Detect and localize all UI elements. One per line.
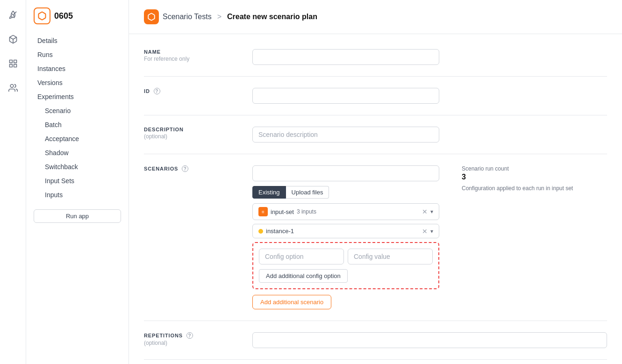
instance-inner: instance-1: [258, 228, 294, 235]
repetitions-label: REPETITIONS ?: [144, 332, 237, 339]
input-set-label: input-set: [271, 208, 294, 215]
input-set-clear[interactable]: ✕: [422, 208, 428, 215]
input-set-chevron[interactable]: ▾: [430, 208, 433, 215]
scenario-name-input[interactable]: scenario-1: [252, 165, 439, 181]
sidebar-item-switchback[interactable]: Switchback: [30, 160, 125, 173]
input-set-inner: ≡ input-set 3 inputs: [258, 207, 316, 216]
instance-label: instance-1: [266, 228, 294, 235]
grid-icon[interactable]: [6, 56, 21, 71]
app-logo-icon: [34, 7, 50, 24]
scenario-run-count: 3: [462, 173, 573, 181]
sidebar-item-versions[interactable]: Versions: [30, 76, 125, 89]
sidebar-item-details[interactable]: Details: [30, 34, 125, 47]
instance-dropdown[interactable]: instance-1 ✕ ▾: [252, 224, 439, 238]
input-set-actions: ✕ ▾: [422, 208, 433, 215]
cube-icon[interactable]: [6, 32, 21, 47]
description-control: [252, 127, 439, 143]
scenario-info: Scenario run count 3 Configuration appli…: [462, 165, 573, 192]
config-option-input[interactable]: [259, 249, 344, 264]
config-value-input[interactable]: [348, 249, 433, 264]
id-row: ID ? sample-scenario-test: [144, 77, 607, 115]
svg-rect-4: [14, 64, 16, 67]
tab-existing[interactable]: Existing: [252, 186, 286, 199]
scenarios-label-col: SCENARIOS ?: [144, 165, 237, 172]
page-header: Scenario Tests > Create new scenario pla…: [129, 0, 622, 34]
description-label: DESCRIPTION: [144, 127, 237, 132]
sidebar-item-experiments[interactable]: Experiments: [30, 90, 125, 103]
svg-point-5: [10, 85, 14, 88]
input-set-dropdown[interactable]: ≡ input-set 3 inputs ✕ ▾: [252, 203, 439, 220]
svg-rect-1: [9, 60, 12, 63]
app-logo[interactable]: 0605: [26, 7, 129, 34]
scenario-run-count-label: Scenario run count: [462, 165, 573, 172]
id-help-icon[interactable]: ?: [154, 88, 160, 94]
run-app-button[interactable]: Run app: [34, 209, 121, 223]
people-icon[interactable]: [6, 80, 21, 95]
sidebar-item-scenario[interactable]: Scenario: [30, 104, 125, 117]
rocket-icon[interactable]: [6, 7, 21, 22]
id-label-col: ID ?: [144, 88, 237, 94]
scenarios-field: scenario-1 Existing Upload files ≡ input…: [252, 165, 439, 309]
config-box: Add additional config option: [252, 242, 439, 289]
add-scenario-button[interactable]: Add additional scenario: [252, 295, 331, 309]
form-content: NAME For reference only Sample scenario …: [129, 34, 622, 364]
repetitions-control: 0: [252, 332, 607, 348]
name-label-col: NAME For reference only: [144, 49, 237, 62]
repetitions-input[interactable]: 0: [252, 332, 607, 348]
main-content: Scenario Tests > Create new scenario pla…: [129, 0, 622, 364]
name-row: NAME For reference only Sample scenario …: [144, 49, 607, 77]
sidebar-item-batch[interactable]: Batch: [30, 118, 125, 131]
input-set-icon: ≡: [258, 207, 268, 216]
sidebar-nav: Details Runs Instances Versions Experime…: [26, 34, 129, 202]
instance-dot: [258, 229, 263, 234]
description-row: DESCRIPTION (optional): [144, 115, 607, 154]
sidebar: 0605 Details Runs Instances Versions Exp…: [26, 0, 129, 364]
scenario-run-desc: Configuration applied to each run in inp…: [462, 185, 573, 192]
sidebar-item-shadow[interactable]: Shadow: [30, 146, 125, 159]
form-footer: Create scenario test Cancel: [144, 360, 607, 364]
id-input[interactable]: sample-scenario-test: [252, 88, 439, 104]
name-sublabel: For reference only: [144, 56, 237, 62]
app-id: 0605: [54, 11, 73, 21]
name-input[interactable]: Sample scenario test: [252, 49, 439, 65]
scenario-tests-icon: [144, 9, 159, 24]
name-label: NAME: [144, 49, 237, 55]
scenarios-control: scenario-1 Existing Upload files ≡ input…: [252, 165, 607, 309]
description-label-col: DESCRIPTION (optional): [144, 127, 237, 140]
sidebar-item-runs[interactable]: Runs: [30, 48, 125, 61]
add-config-button[interactable]: Add additional config option: [259, 269, 348, 283]
svg-rect-3: [9, 64, 12, 67]
id-control: sample-scenario-test: [252, 88, 439, 104]
input-set-count: 3 inputs: [297, 208, 316, 215]
scenario-input-row: scenario-1: [252, 165, 439, 181]
tab-group: Existing Upload files: [252, 186, 439, 199]
id-label: ID ?: [144, 88, 237, 94]
name-control: Sample scenario test: [252, 49, 439, 65]
scenarios-label: SCENARIOS ?: [144, 165, 237, 172]
tab-upload[interactable]: Upload files: [286, 186, 329, 199]
breadcrumb-parent[interactable]: Scenario Tests: [163, 13, 212, 21]
svg-rect-2: [14, 60, 16, 63]
scenarios-inner: scenario-1 Existing Upload files ≡ input…: [252, 165, 607, 309]
instance-actions: ✕ ▾: [422, 228, 433, 235]
description-sublabel: (optional): [144, 133, 237, 140]
sidebar-item-instances[interactable]: Instances: [30, 62, 125, 75]
instance-clear[interactable]: ✕: [422, 228, 428, 235]
repetitions-help-icon[interactable]: ?: [186, 332, 193, 339]
instance-chevron[interactable]: ▾: [430, 228, 433, 235]
breadcrumb-separator: >: [217, 13, 222, 21]
scenarios-help-icon[interactable]: ?: [182, 165, 188, 172]
breadcrumb-current: Create new scenario plan: [227, 13, 317, 21]
repetitions-sublabel: (optional): [144, 340, 237, 346]
config-inputs-row: [259, 249, 433, 264]
repetitions-label-col: REPETITIONS ? (optional): [144, 332, 237, 346]
repetitions-row: REPETITIONS ? (optional) 0: [144, 321, 607, 360]
scenarios-row: SCENARIOS ? scenario-1 Existing Upload: [144, 154, 607, 321]
description-input[interactable]: [252, 127, 439, 143]
sidebar-item-acceptance[interactable]: Acceptance: [30, 132, 125, 145]
icon-rail: [0, 0, 26, 364]
sidebar-item-inputs[interactable]: Inputs: [30, 188, 125, 201]
sidebar-item-input-sets[interactable]: Input Sets: [30, 174, 125, 187]
